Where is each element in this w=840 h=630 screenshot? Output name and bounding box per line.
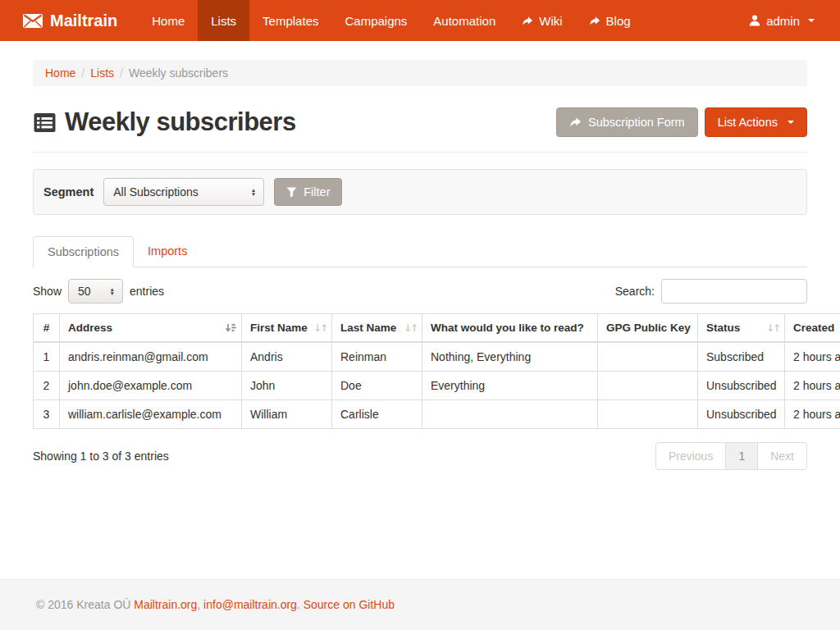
nav-item-automation[interactable]: Automation [420, 0, 509, 41]
column-header-num: # [34, 314, 60, 343]
sort-both-icon: ↓↑ [404, 322, 417, 334]
user-icon [748, 14, 761, 27]
table-cell [422, 400, 598, 429]
brand-label: Mailtrain [50, 11, 117, 30]
nav-item-wiki[interactable]: Wiki [509, 0, 575, 41]
table-cell: william.carlisle@example.com [60, 400, 242, 429]
table-cell: Subscribed [698, 342, 785, 372]
column-label: # [43, 322, 50, 334]
table-cell: Nothing, Everything [422, 342, 598, 372]
footer: © 2016 Kreata OÜ Mailtrain.org, info@mai… [0, 579, 840, 630]
nav-item-label: Campaigns [345, 14, 407, 28]
table-cell: john.doe@example.com [60, 372, 242, 400]
sort-ascending-icon [225, 322, 236, 333]
breadcrumb-separator: / [81, 66, 84, 80]
user-menu[interactable]: admin [743, 0, 819, 41]
column-header-what-would-you-like-to-read: What would you like to read? [422, 314, 598, 343]
column-label: Last Name [340, 322, 396, 334]
breadcrumb-home[interactable]: Home [45, 66, 75, 80]
email-link[interactable]: info@mailtrain.org [203, 598, 297, 611]
nav-item-home[interactable]: Home [139, 0, 198, 41]
nav-item-templates[interactable]: Templates [249, 0, 331, 41]
pagination: Previous 1 Next [655, 442, 807, 470]
nav-item-lists[interactable]: Lists [198, 0, 249, 41]
nav-item-blog[interactable]: Blog [576, 0, 644, 41]
page-length-value: 50 [78, 285, 91, 298]
subscribers-table: #AddressFirst Name↓↑Last Name↓↑What woul… [33, 313, 840, 429]
search-label: Search: [615, 285, 655, 298]
segment-select[interactable]: All Subscriptions ▲▼ [103, 178, 264, 206]
segment-bar: Segment All Subscriptions ▲▼ Filter [33, 169, 807, 215]
column-label: GPG Public Key [606, 322, 691, 334]
breadcrumb-separator: / [120, 66, 123, 80]
nav-item-label: Automation [433, 14, 495, 28]
subscription-form-label: Subscription Form [588, 116, 685, 129]
table-cell: Andris [242, 342, 332, 372]
table-cell: Unsubscribed [698, 400, 785, 429]
table-cell [598, 342, 698, 372]
chevron-down-icon [808, 19, 815, 22]
page-header: Weekly subscribers Subscription Form Lis… [33, 107, 807, 137]
table-row: 2john.doe@example.comJohnDoeEverythingUn… [34, 372, 840, 400]
page-1-button[interactable]: 1 [725, 442, 758, 470]
table-row: 3william.carlisle@example.comWilliamCarl… [34, 400, 840, 429]
page-length-select[interactable]: 50 ▲▼ [68, 279, 123, 304]
table-cell: William [242, 400, 332, 429]
copyright-text: © 2016 Kreata OÜ [36, 598, 134, 611]
tabs: Subscriptions Imports [33, 236, 807, 267]
mailtrain-logo-icon [22, 13, 43, 29]
nav-menu: HomeListsTemplatesCampaignsAutomationWik… [139, 0, 643, 41]
page: Mailtrain HomeListsTemplatesCampaignsAut… [0, 0, 840, 630]
table-cell [598, 400, 698, 429]
table-cell: andris.reinman@gmail.com [60, 342, 242, 372]
table-cell: Everything [422, 372, 598, 400]
column-header-last-name[interactable]: Last Name↓↑ [332, 314, 422, 343]
nav-item-label: Lists [211, 14, 236, 28]
table-cell: John [242, 372, 332, 400]
source-github-link[interactable]: Source on GitHub [304, 598, 395, 611]
chevron-down-icon [788, 121, 794, 124]
previous-page-button[interactable]: Previous [655, 442, 726, 470]
next-page-button[interactable]: Next [757, 442, 807, 470]
filter-button[interactable]: Filter [274, 178, 342, 206]
select-arrows-icon: ▲▼ [110, 287, 115, 296]
table-cell: 2 hours ago [785, 400, 840, 429]
show-label: Show [33, 285, 62, 298]
list-actions-label: List Actions [718, 116, 778, 129]
breadcrumb-current: Weekly subscribers [129, 66, 228, 80]
table-cell: 3 [34, 400, 60, 429]
sort-both-icon: ↓↑ [766, 322, 779, 334]
column-label: What would you like to read? [431, 322, 584, 334]
nav-item-campaigns[interactable]: Campaigns [331, 0, 420, 41]
column-header-created: Created [785, 314, 840, 343]
table-cell: Doe [332, 372, 422, 400]
list-actions-button[interactable]: List Actions [705, 107, 807, 137]
navbar: Mailtrain HomeListsTemplatesCampaignsAut… [0, 0, 840, 41]
breadcrumb-lists[interactable]: Lists [90, 66, 114, 80]
divider [33, 152, 807, 153]
brand-link[interactable]: Mailtrain [21, 0, 127, 41]
subscribers-table-wrapper: #AddressFirst Name↓↑Last Name↓↑What woul… [33, 313, 840, 429]
footer-separator: . [297, 598, 304, 611]
external-link-icon [589, 16, 600, 26]
column-header-address[interactable]: Address [60, 314, 242, 343]
search-input[interactable] [661, 279, 807, 304]
column-header-first-name[interactable]: First Name↓↑ [242, 314, 332, 343]
subscription-form-button[interactable]: Subscription Form [556, 107, 698, 137]
tab-imports[interactable]: Imports [134, 236, 201, 267]
share-arrow-icon [569, 116, 582, 128]
page-title: Weekly subscribers [65, 107, 296, 137]
column-header-status[interactable]: Status↓↑ [698, 314, 785, 343]
table-cell: 2 hours ago [785, 342, 840, 372]
user-label: admin [766, 14, 800, 28]
sort-both-icon: ↓↑ [313, 322, 326, 334]
table-row: 1andris.reinman@gmail.comAndrisReinmanNo… [34, 342, 840, 372]
table-cell: 2 [34, 372, 60, 400]
tab-subscriptions[interactable]: Subscriptions [33, 236, 134, 267]
table-cell: 2 hours ago [785, 372, 840, 400]
mailtrain-org-link[interactable]: Mailtrain.org [134, 598, 197, 611]
column-label: Address [68, 322, 112, 334]
column-label: Status [706, 322, 740, 334]
nav-item-label: Wiki [539, 14, 562, 28]
entries-label: entries [130, 285, 164, 298]
